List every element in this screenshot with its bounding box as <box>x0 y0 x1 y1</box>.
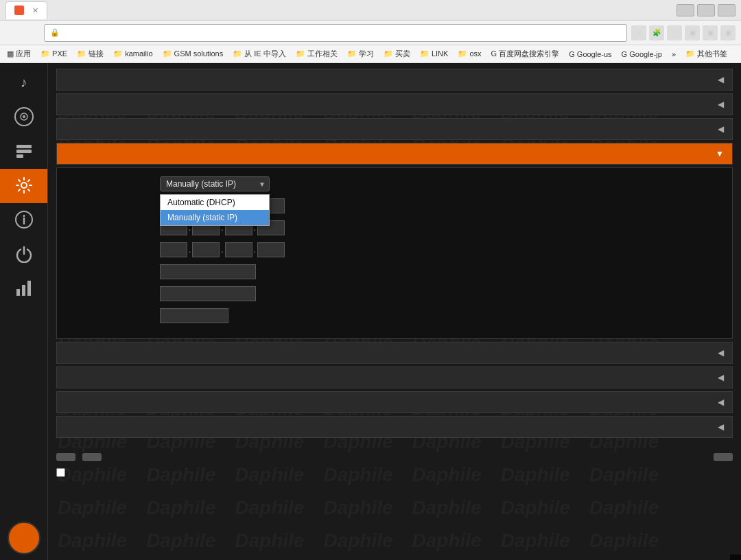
back-button[interactable] <box>5 32 11 34</box>
bookmark-apps[interactable]: ▦ 应用 <box>3 47 35 60</box>
section-firmware-arrow: ◀ <box>718 422 724 432</box>
bookmark-ie[interactable]: 📁 从 IE 中导入 <box>228 47 290 60</box>
extra3-icon[interactable]: ▣ <box>720 25 736 40</box>
section-audio-devices[interactable]: ◀ <box>56 93 733 115</box>
section-networking[interactable]: ▼ <box>56 143 733 165</box>
sidebar-item-info[interactable] <box>0 203 47 237</box>
dropdown-menu[interactable]: Automatic (DHCP) Manually (static IP) <box>160 194 270 226</box>
bookmark-other[interactable]: 📁 其他书签 <box>681 47 731 60</box>
dropdown-item-dhcp[interactable]: Automatic (DHCP) <box>161 195 269 210</box>
svg-point-9 <box>23 215 25 217</box>
tab-favicon <box>14 5 24 15</box>
svg-rect-4 <box>16 150 32 153</box>
networking-content: Automatic (DHCP) Manually (static IP) ▼ … <box>56 167 733 339</box>
extra2-icon[interactable]: ▣ <box>703 25 718 40</box>
configure-ip-select-wrapper: Automatic (DHCP) Manually (static IP) ▼ <box>160 176 270 191</box>
forward-button[interactable] <box>15 32 21 34</box>
sidebar-item-manager[interactable] <box>0 135 47 169</box>
bookmark-buy[interactable]: 📁 买卖 <box>379 47 414 60</box>
router-ip-fields: . . . <box>160 242 285 257</box>
reset-row <box>48 468 741 484</box>
window-controls: – □ ✕ <box>670 4 736 16</box>
section-storage[interactable]: ◀ <box>56 366 733 388</box>
section-system-firmware[interactable]: ◀ <box>56 416 733 438</box>
sidebar: ♪ <box>0 63 48 560</box>
bookmark-osx[interactable]: 📁 osx <box>454 48 485 60</box>
browser-tab[interactable]: ✕ <box>5 1 47 19</box>
router-octet-3[interactable] <box>225 242 252 257</box>
section-storage-arrow: ◀ <box>718 373 724 382</box>
bookmark-work[interactable]: 📁 工作相关 <box>292 47 342 60</box>
browser-titlebar: ✕ – □ ✕ <box>0 0 741 21</box>
bookmarks-bar: ▦ 应用 📁 PXE 📁 链接 📁 kamailio 📁 GSM solutio… <box>0 45 741 63</box>
bookmark-more[interactable]: » <box>668 49 680 60</box>
section-backup[interactable]: ◀ <box>56 391 733 413</box>
tab-close-button[interactable]: ✕ <box>32 6 38 15</box>
daphile-logo <box>8 522 40 555</box>
router-octet-1[interactable] <box>160 242 187 257</box>
close-button[interactable]: ✕ <box>718 4 736 16</box>
section-networking-arrow: ▼ <box>716 149 724 159</box>
manager-icon <box>13 140 35 162</box>
sidebar-item-settings[interactable] <box>0 169 47 203</box>
refresh-button[interactable] <box>25 32 30 34</box>
section-general[interactable]: ◀ <box>56 69 733 91</box>
search-domains-input[interactable] <box>160 286 256 301</box>
svg-rect-3 <box>16 145 32 148</box>
bookmark-google-us[interactable]: G Google-us <box>565 49 615 60</box>
bookmark-gsm[interactable]: 📁 GSM solutions <box>158 48 228 60</box>
section-cd-arrow: ◀ <box>718 124 724 134</box>
svg-point-6 <box>21 183 27 188</box>
mtu-input[interactable] <box>160 308 228 323</box>
power-icon <box>13 243 35 265</box>
search-domains-row <box>65 286 724 301</box>
advanced-media-button[interactable] <box>82 453 102 461</box>
bookmark-link2[interactable]: 📁 LINK <box>416 48 453 60</box>
save-restart-button[interactable] <box>56 453 75 461</box>
dns-row <box>65 264 724 279</box>
home-button[interactable] <box>34 32 40 34</box>
section-power-arrow: ◀ <box>718 348 724 358</box>
chart-icon <box>13 277 35 299</box>
menu-icon[interactable]: ⋮ <box>667 25 682 40</box>
wallpaper-toggle-button[interactable] <box>714 453 733 461</box>
reset-checkbox[interactable] <box>56 468 65 477</box>
router-octet-4[interactable] <box>257 242 285 257</box>
minimize-button[interactable]: – <box>677 4 694 16</box>
sidebar-item-cd-ripper[interactable] <box>0 100 47 135</box>
configure-ip-select[interactable]: Automatic (DHCP) Manually (static IP) <box>160 176 270 191</box>
address-bar[interactable]: 🔒 <box>44 24 627 42</box>
extensions-icon[interactable]: 🧩 <box>649 25 664 40</box>
content-area: // Generate watermark inline const wm = … <box>48 63 741 560</box>
dropdown-item-static[interactable]: Manually (static IP) <box>161 210 269 225</box>
cd-icon <box>13 106 35 128</box>
bookmark-google-jp[interactable]: G Google-jp <box>618 49 666 60</box>
svg-rect-10 <box>16 289 20 296</box>
sidebar-item-player[interactable]: ♪ <box>0 66 47 100</box>
bookmark-study[interactable]: 📁 学习 <box>343 47 378 60</box>
router-row: . . . <box>65 242 724 257</box>
sidebar-item-percent[interactable] <box>0 272 47 306</box>
extra1-icon[interactable]: ▣ <box>685 25 700 40</box>
restore-button[interactable]: □ <box>697 4 715 16</box>
bookmark-pxe[interactable]: 📁 PXE <box>36 48 71 60</box>
browser-toolbar: 🔒 ☆ 🧩 ⋮ ▣ ▣ ▣ <box>0 21 741 45</box>
mtu-row <box>65 308 724 323</box>
section-power[interactable]: ◀ <box>56 342 733 364</box>
svg-rect-11 <box>22 285 25 296</box>
section-cd-ripping[interactable]: ◀ <box>56 118 733 140</box>
bottom-bar <box>48 446 741 468</box>
app-container: ♪ <box>0 63 741 560</box>
bookmark-link[interactable]: 📁 链接 <box>73 47 108 60</box>
content-inner: ◀ ◀ ◀ ▼ <box>48 63 741 446</box>
bookmark-baidu[interactable]: G 百度网盘搜索引擎 <box>487 47 564 60</box>
sidebar-item-shutdown[interactable] <box>0 237 47 272</box>
settings-icon <box>13 174 35 196</box>
svg-rect-12 <box>27 281 31 296</box>
bookmark-kamailio[interactable]: 📁 kamailio <box>109 48 156 60</box>
section-backup-arrow: ◀ <box>718 397 724 407</box>
router-octet-2[interactable] <box>192 242 220 257</box>
star-icon[interactable]: ☆ <box>631 25 646 40</box>
bottom-watermark <box>730 555 741 560</box>
dns-input[interactable] <box>160 264 256 279</box>
